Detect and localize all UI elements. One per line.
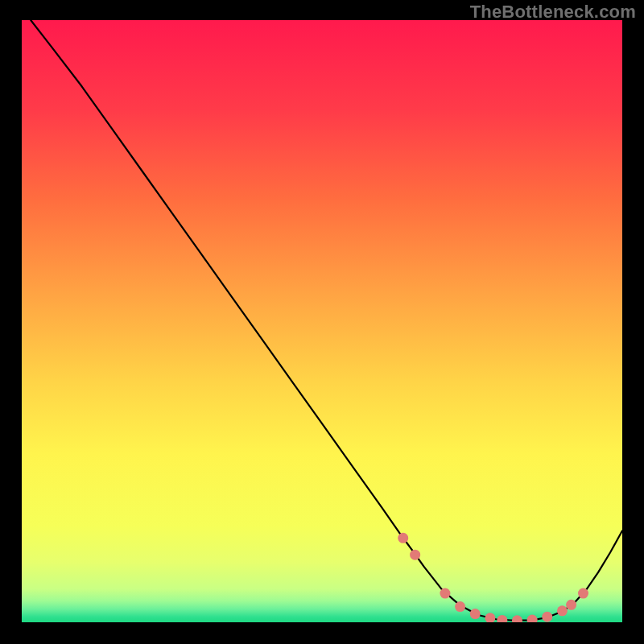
curve-marker — [470, 609, 481, 619]
curve-marker — [542, 612, 552, 622]
curve-marker — [455, 601, 465, 612]
curve-marker — [566, 600, 576, 610]
curve-marker — [557, 605, 568, 616]
curve-marker — [485, 613, 495, 623]
chart-stage: TheBottleneck.com — [0, 0, 644, 644]
curve-marker — [440, 588, 450, 599]
curve-marker — [410, 550, 420, 560]
chart-svg — [0, 0, 644, 644]
plot-area — [22, 20, 622, 622]
curve-marker — [398, 533, 408, 543]
curve-marker — [578, 588, 588, 599]
